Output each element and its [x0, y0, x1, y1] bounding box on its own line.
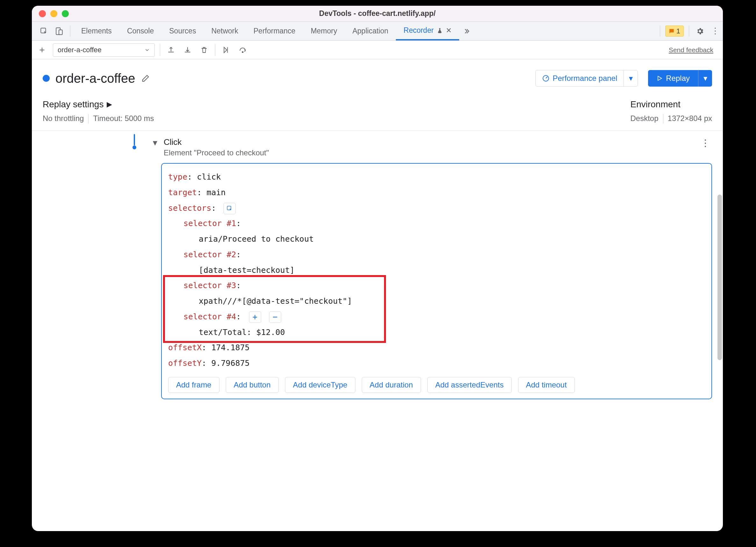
- scrollbar-thumb[interactable]: [717, 195, 722, 360]
- inspect-element-icon[interactable]: [36, 22, 52, 40]
- performance-panel-button[interactable]: Performance panel ▾: [535, 70, 638, 87]
- step-header[interactable]: ▼ Click Element "Proceed to checkout": [150, 137, 712, 157]
- add-button-button[interactable]: Add button: [226, 377, 279, 393]
- tab-elements[interactable]: Elements: [74, 22, 119, 40]
- replay-settings-label: Replay settings: [43, 99, 103, 110]
- chevron-right-icon: ▶: [107, 100, 112, 109]
- close-tab-icon[interactable]: ✕: [446, 26, 452, 35]
- more-tabs-icon[interactable]: [459, 22, 474, 40]
- add-assertedevents-button[interactable]: Add assertedEvents: [427, 377, 512, 393]
- export-icon[interactable]: [165, 46, 177, 54]
- tab-recorder[interactable]: Recorder ✕: [396, 22, 459, 40]
- remove-selector-icon[interactable]: −: [269, 311, 281, 323]
- device-toolbar-icon[interactable]: [52, 22, 67, 40]
- settings-row: Replay settings ▶ No throttling Timeout:…: [32, 87, 723, 131]
- chevron-down-icon: [144, 47, 150, 53]
- add-timeout-button[interactable]: Add timeout: [518, 377, 575, 393]
- step-details: type: click target: main selectors: sele…: [161, 163, 712, 399]
- window-title: DevTools - coffee-cart.netlify.app/: [32, 9, 723, 18]
- step-subtitle: Element "Proceed to checkout": [164, 147, 269, 157]
- recorder-toolbar: + order-a-coffee Send feedback: [32, 41, 723, 59]
- selector3-value[interactable]: xpath///*[@data-test="checkout"]: [199, 296, 352, 306]
- tab-network[interactable]: Network: [204, 22, 246, 40]
- offsety-value[interactable]: 9.796875: [211, 359, 249, 368]
- edit-name-icon[interactable]: [141, 74, 150, 83]
- add-devicetype-button[interactable]: Add deviceType: [285, 377, 355, 393]
- devtools-window: DevTools - coffee-cart.netlify.app/ Elem…: [32, 6, 723, 531]
- recording-dropdown[interactable]: order-a-coffee: [53, 43, 155, 57]
- selector2-value[interactable]: [data-test=checkout]: [199, 266, 295, 275]
- tab-console[interactable]: Console: [119, 22, 161, 40]
- timeline-line: [134, 134, 135, 146]
- recording-header: order-a-coffee Performance panel ▾ Repla…: [32, 59, 723, 87]
- step-play-icon[interactable]: [220, 46, 232, 54]
- target-key: target: [168, 188, 197, 197]
- tab-performance[interactable]: Performance: [246, 22, 303, 40]
- settings-icon[interactable]: [692, 22, 708, 40]
- selector4-key: selector #4: [183, 312, 236, 321]
- recorder-steps-area: ⋮ ▼ Click Element "Proceed to checkout" …: [32, 131, 723, 531]
- replay-settings-toggle[interactable]: Replay settings ▶: [43, 99, 154, 110]
- add-selector-icon[interactable]: +: [249, 311, 261, 323]
- offsety-key: offsetY: [168, 359, 202, 368]
- timeout-value: Timeout: 5000 ms: [93, 114, 154, 124]
- issues-badge[interactable]: 1: [665, 25, 684, 37]
- environment-dimensions: 1372×804 px: [668, 114, 712, 124]
- issues-count: 1: [676, 27, 680, 35]
- throttling-value: No throttling: [43, 114, 84, 124]
- selector3-key: selector #3: [183, 281, 236, 290]
- step-title: Click: [164, 137, 269, 147]
- send-feedback-link[interactable]: Send feedback: [669, 46, 718, 54]
- play-icon: [656, 75, 663, 82]
- tab-application[interactable]: Application: [345, 22, 396, 40]
- selector1-key: selector #1: [183, 219, 236, 228]
- performance-panel-label: Performance panel: [553, 74, 617, 83]
- selectors-key: selectors: [168, 203, 211, 213]
- minimize-icon[interactable]: [50, 10, 57, 17]
- selector2-key: selector #2: [183, 250, 236, 259]
- gauge-icon: [542, 75, 550, 82]
- tab-sources[interactable]: Sources: [161, 22, 203, 40]
- svg-rect-2: [59, 30, 62, 34]
- type-value[interactable]: click: [197, 172, 221, 181]
- replay-label: Replay: [666, 74, 690, 83]
- add-frame-button[interactable]: Add frame: [168, 377, 219, 393]
- maximize-icon[interactable]: [62, 10, 69, 17]
- svg-point-3: [242, 51, 243, 52]
- timeline-dot: [132, 146, 136, 149]
- tab-memory[interactable]: Memory: [303, 22, 345, 40]
- replay-button[interactable]: Replay ▾: [648, 70, 712, 87]
- titlebar: DevTools - coffee-cart.netlify.app/: [32, 6, 723, 22]
- flask-icon: [437, 27, 443, 34]
- new-recording-icon[interactable]: +: [36, 45, 48, 55]
- performance-panel-caret[interactable]: ▾: [624, 70, 638, 86]
- devtools-tabbar: Elements Console Sources Network Perform…: [32, 22, 723, 41]
- step-menu-icon[interactable]: ⋮: [701, 137, 710, 148]
- recording-dropdown-value: order-a-coffee: [58, 46, 102, 54]
- selector4-value[interactable]: text/Total: $12.00: [199, 328, 285, 337]
- step-over-icon[interactable]: [237, 46, 248, 54]
- delete-icon[interactable]: [198, 46, 210, 54]
- type-key: type: [168, 172, 187, 181]
- add-duration-button[interactable]: Add duration: [362, 377, 421, 393]
- warning-icon: [669, 28, 674, 34]
- tab-recorder-label: Recorder: [403, 26, 434, 35]
- close-icon[interactable]: [39, 10, 46, 17]
- import-icon[interactable]: [182, 46, 193, 54]
- selector-picker-icon[interactable]: [224, 203, 236, 214]
- selector1-value[interactable]: aria/Proceed to checkout: [199, 234, 314, 244]
- replay-caret[interactable]: ▾: [698, 70, 712, 87]
- collapse-icon[interactable]: ▼: [150, 137, 160, 157]
- target-value[interactable]: main: [206, 188, 225, 197]
- offsetx-key: offsetX: [168, 343, 202, 352]
- recording-title: order-a-coffee: [55, 71, 135, 86]
- environment-device: Desktop: [630, 114, 658, 124]
- traffic-lights: [32, 10, 69, 17]
- kebab-menu-icon[interactable]: ⋮: [708, 22, 723, 40]
- environment-label: Environment: [630, 99, 712, 110]
- offsetx-value[interactable]: 174.1875: [211, 343, 249, 352]
- recording-status-dot: [43, 75, 50, 82]
